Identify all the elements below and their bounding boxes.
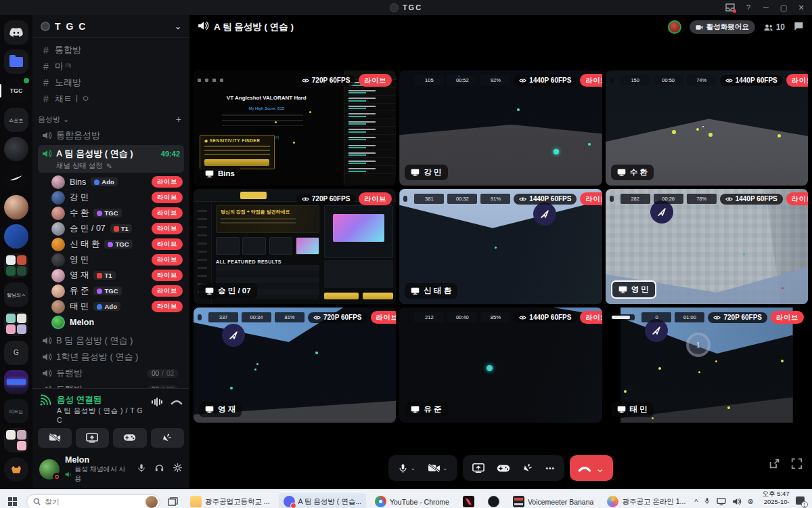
server-icon-nike[interactable] (4, 166, 28, 190)
taskbar-app-discord[interactable]: A 팀 음성방 ( 연습... (279, 493, 366, 508)
screenshare-button[interactable] (76, 428, 110, 448)
voice-member[interactable]: 강 민 라이브 (38, 190, 184, 205)
server-icon-ddi[interactable]: 띠드는 (4, 399, 28, 423)
text-channel[interactable]: #채ㅌㅣㅇ (38, 91, 184, 107)
streamer-avatar[interactable] (668, 20, 681, 34)
taskbar-app-chrome[interactable]: YouTube - Chrome (370, 493, 454, 508)
server-icon-tgc[interactable]: TGC (4, 79, 28, 103)
camera-button[interactable] (38, 428, 72, 448)
server-icon-g[interactable]: G (4, 341, 28, 365)
server-icon-ral[interactable]: 랄님의ㅅ (4, 282, 28, 307)
member-count[interactable]: 10 (763, 22, 785, 32)
voice-member[interactable]: Bins Ado 라이브 (38, 174, 184, 190)
server-icon-sports[interactable]: 스포츠 (4, 108, 28, 132)
taskbar-app-voicemeeter[interactable]: Voicemeeter Banana (508, 493, 598, 508)
voice-member[interactable]: Melon (38, 314, 184, 330)
settings-gear-icon[interactable] (173, 463, 183, 475)
close-button[interactable]: ✕ (797, 3, 805, 12)
video-tile-bins[interactable]: VT Angleshot VALORANT Hard My High Score… (194, 70, 396, 186)
server-folder-3[interactable] (4, 428, 28, 452)
voice-connected-label[interactable]: 음성 연결됨 (57, 394, 146, 406)
video-tile-taemin[interactable]: 1 0 01:00 (606, 308, 808, 423)
video-tile-sintaehwan[interactable]: 381 00:32 91% 1440P 60FPS 라이브 신 태 환 (399, 189, 602, 304)
voice-member[interactable]: 유 준 TGC 라이브 (38, 283, 184, 299)
notification-center-icon[interactable]: 1 (796, 496, 807, 507)
inbox-icon[interactable] (725, 3, 735, 12)
voice-member[interactable]: 영 민 라이브 (38, 252, 184, 268)
activated-badge[interactable]: 활성화됐어요 (690, 20, 755, 34)
search-input[interactable] (45, 498, 141, 506)
video-tile-yeongmin[interactable]: 282 00:26 78% 1440P 60FPS 라이브 영 민 (606, 189, 808, 304)
chevron-down-icon[interactable]: ⌄ (443, 465, 448, 471)
disconnect-button[interactable]: ⌄ (570, 455, 612, 481)
maximize-button[interactable]: ▢ (780, 3, 788, 12)
voice-member[interactable]: 신 태 환 TGC 라이브 (38, 236, 184, 252)
disconnect-icon[interactable] (171, 396, 183, 408)
avatar-fox[interactable] (4, 457, 28, 482)
search-highlight-image[interactable] (145, 496, 158, 508)
voice-member[interactable]: 수 환 TGC 라이브 (38, 205, 184, 221)
noise-suppression-icon[interactable] (152, 398, 162, 407)
text-channel[interactable]: #마ㅋ (38, 58, 184, 75)
tray-mic-icon[interactable] (704, 496, 710, 508)
server-icon-neon[interactable] (4, 370, 28, 394)
tray-close-icon[interactable]: ⊗ (747, 497, 753, 506)
task-view-button[interactable] (164, 493, 181, 508)
text-channel[interactable]: #통합방 (38, 42, 184, 58)
voice-channel-lobby[interactable]: 통합음성방 (38, 127, 184, 144)
avatar-photo-1[interactable] (4, 195, 28, 219)
voice-section-header[interactable]: 음성방 ⌄ + (38, 111, 184, 127)
soundboard-button[interactable] (517, 455, 539, 481)
user-panel[interactable]: Melon 음성 채널에서 사용 (38, 452, 184, 485)
activity-button[interactable] (113, 428, 147, 448)
video-tile-seungmin[interactable]: 당신의 강점 + 약점을 발견하세요 ALL FEATURED RESULTS (194, 189, 396, 304)
voice-channel-path[interactable]: A 팀 음성방 ( 연습 ) / T G C (57, 406, 146, 424)
voice-member[interactable]: 영 재 T1 라이브 (38, 268, 184, 283)
server-icon-swirl[interactable] (4, 137, 28, 161)
voice-member[interactable]: 태 민 Ado 라이브 (38, 299, 184, 314)
activity-button[interactable] (491, 455, 516, 481)
chevron-down-icon[interactable]: ⌄ (595, 462, 604, 475)
chevron-down-icon[interactable]: ⌄ (410, 465, 415, 471)
chat-icon[interactable] (793, 21, 804, 34)
camera-button[interactable]: ⌄ (422, 455, 453, 481)
voice-channel-active[interactable]: A 팀 음성방 ( 연습 ) 49:42 채널 상태 설정 ✎ (38, 145, 184, 173)
discord-home-button[interactable] (4, 20, 28, 45)
minimize-button[interactable]: ─ (762, 3, 770, 12)
help-icon[interactable]: ? (744, 3, 752, 12)
voice-channel[interactable]: 듀랭방 00/02 (38, 381, 184, 388)
taskbar-search[interactable] (26, 494, 160, 508)
screenshare-button[interactable] (467, 455, 490, 481)
video-tile-suhwan[interactable]: 150 00:50 74% 1440P 60FPS 라이브 수 환 (606, 70, 808, 186)
voice-member[interactable]: 승 민 / 07 T1 라이브 (38, 221, 184, 236)
soundboard-button[interactable] (151, 428, 185, 448)
voice-channel[interactable]: 1학년 음성방 ( 연습 ) (38, 349, 184, 365)
server-folder-2[interactable] (4, 312, 28, 336)
server-folder-1[interactable] (4, 253, 28, 278)
text-channel[interactable]: #노래방 (38, 75, 184, 91)
taskbar-app-valorant[interactable] (458, 493, 479, 508)
taskbar-app-paint[interactable]: 광주공고 온라인 1... (602, 493, 690, 508)
popout-icon[interactable] (769, 458, 780, 472)
more-options-button[interactable]: ••• (541, 455, 561, 481)
headphones-icon[interactable] (154, 463, 164, 475)
voice-channel[interactable]: 듀랭방 00/02 (38, 365, 184, 381)
fullscreen-icon[interactable] (791, 458, 803, 472)
start-button[interactable] (3, 493, 22, 508)
voice-channel[interactable]: B 팀 음성방 ( 연습 ) (38, 333, 184, 349)
video-tile-gangmin[interactable]: 105 00:52 92% 1440P 60FPS 라이브 강 민 (399, 70, 602, 186)
video-tile-yujun[interactable]: 212 00:40 85% 1440P 60FPS 라이브 유 준 (399, 308, 602, 423)
mic-button[interactable]: ⌄ (392, 455, 421, 481)
avatar-art-blue[interactable] (4, 224, 28, 249)
server-header[interactable]: T G C ⌄ (32, 15, 189, 38)
video-tile-yeongjae[interactable]: 337 00:34 81% 720P 60FPS 라이브 영 재 (194, 308, 396, 423)
tray-volume-icon[interactable] (732, 496, 741, 508)
taskbar-clock[interactable]: 오후 5:47 2025-10-18 (760, 490, 790, 508)
tray-display-icon[interactable] (717, 496, 726, 508)
tray-chevron-icon[interactable]: ^ (694, 498, 698, 506)
taskbar-app-recorder[interactable] (483, 493, 504, 508)
mic-icon[interactable] (137, 463, 146, 476)
channel-status-setting[interactable]: 채널 상태 설정 ✎ (42, 160, 180, 171)
taskbar-app-folder[interactable]: 광주공업고등학교 ... (185, 493, 275, 508)
create-channel-button[interactable]: + (176, 114, 184, 125)
